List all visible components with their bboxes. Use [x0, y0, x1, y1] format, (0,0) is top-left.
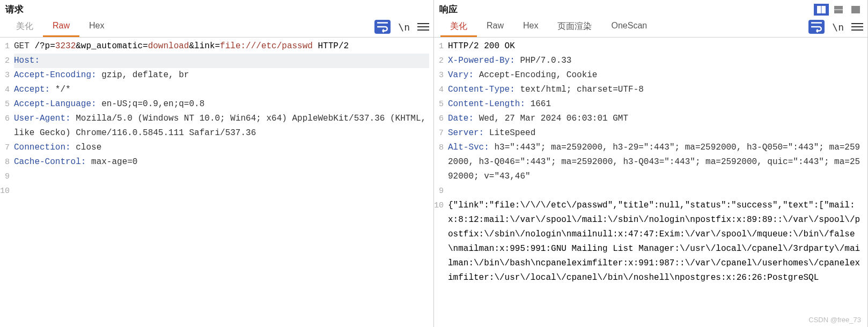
- svg-rect-1: [822, 6, 826, 13]
- single-view-button[interactable]: [848, 4, 863, 16]
- svg-rect-0: [817, 6, 821, 13]
- response-title: 响应: [439, 3, 458, 16]
- newline-indicator-button[interactable]: \n: [832, 21, 844, 33]
- view-toggle-group: [814, 4, 863, 16]
- code-line[interactable]: Accept-Language: en-US;q=0.9,en;q=0.8: [14, 97, 429, 112]
- svg-rect-2: [834, 6, 843, 9]
- code-line[interactable]: Alt-Svc: h3=":443"; ma=2592000, h3-29=":…: [448, 140, 863, 184]
- request-controls: \n: [374, 20, 429, 34]
- svg-rect-4: [851, 6, 860, 13]
- response-header: 响应: [434, 0, 867, 17]
- code-line[interactable]: Cache-Control: max-age=0: [14, 155, 429, 169]
- code-line[interactable]: User-Agent: Mozilla/5.0 (Windows NT 10.0…: [14, 112, 429, 140]
- code-line[interactable]: Server: LiteSpeed: [448, 126, 863, 140]
- tab-hex[interactable]: Hex: [79, 17, 114, 37]
- split-vertical-button[interactable]: [831, 4, 846, 16]
- code-line[interactable]: Accept-Encoding: gzip, deflate, br: [14, 68, 429, 83]
- wrap-toggle-button[interactable]: [374, 20, 391, 34]
- request-header: 请求: [0, 0, 433, 17]
- tab-hex[interactable]: Hex: [513, 17, 548, 37]
- code-line[interactable]: Date: Wed, 27 Mar 2024 06:03:01 GMT: [448, 112, 863, 126]
- code-line[interactable]: Vary: Accept-Encoding, Cookie: [448, 68, 863, 83]
- code-line[interactable]: {"link":"file:\/\/\/etc\/passwd","title"…: [448, 198, 863, 285]
- tab-onescan[interactable]: OneScan: [601, 17, 657, 37]
- code-line[interactable]: [14, 169, 429, 184]
- hamburger-menu-button[interactable]: [417, 23, 429, 31]
- watermark: CSDN @free_73: [808, 316, 861, 324]
- code-line[interactable]: GET /?p=3232&wp_automatic=download&link=…: [14, 39, 429, 54]
- wrap-toggle-button[interactable]: [808, 20, 825, 34]
- response-tabs: 美化RawHex页面渲染OneScan: [440, 17, 657, 37]
- response-controls: \n: [808, 20, 863, 34]
- tab-美化[interactable]: 美化: [6, 17, 43, 37]
- request-gutter: 12345678910: [0, 38, 12, 327]
- svg-rect-3: [834, 10, 843, 13]
- request-code[interactable]: GET /?p=3232&wp_automatic=download&link=…: [12, 38, 433, 327]
- response-editor[interactable]: 12345678910 HTTP/2 200 OKX-Powered-By: P…: [434, 38, 867, 327]
- request-title: 请求: [5, 3, 24, 16]
- request-panel: 请求 美化RawHex \n 12345678910 GET /?p=3232&…: [0, 0, 434, 327]
- tab-美化[interactable]: 美化: [440, 17, 477, 37]
- request-tabs-row: 美化RawHex \n: [0, 17, 433, 38]
- tab-raw[interactable]: Raw: [477, 17, 513, 37]
- code-line[interactable]: [448, 184, 863, 198]
- split-horizontal-button[interactable]: [814, 4, 829, 16]
- code-line[interactable]: Content-Length: 1661: [448, 97, 863, 112]
- response-gutter: 12345678910: [434, 38, 446, 327]
- code-line[interactable]: [14, 184, 429, 198]
- request-editor[interactable]: 12345678910 GET /?p=3232&wp_automatic=do…: [0, 38, 433, 327]
- code-line[interactable]: Accept: */*: [14, 83, 429, 97]
- code-line[interactable]: X-Powered-By: PHP/7.0.33: [448, 54, 863, 68]
- response-panel: 响应 美化RawHex页面渲染OneScan \n 12345678910 HT…: [434, 0, 868, 327]
- tab-页面渲染[interactable]: 页面渲染: [548, 17, 601, 37]
- newline-indicator-button[interactable]: \n: [398, 21, 410, 33]
- response-code[interactable]: HTTP/2 200 OKX-Powered-By: PHP/7.0.33Var…: [446, 38, 867, 327]
- hamburger-menu-button[interactable]: [851, 23, 863, 31]
- tab-raw[interactable]: Raw: [43, 17, 79, 37]
- code-line[interactable]: Content-Type: text/html; charset=UTF-8: [448, 83, 863, 97]
- response-tabs-row: 美化RawHex页面渲染OneScan \n: [434, 17, 867, 38]
- code-line[interactable]: Host:: [14, 54, 429, 68]
- code-line[interactable]: Connection: close: [14, 140, 429, 155]
- code-line[interactable]: HTTP/2 200 OK: [448, 39, 863, 54]
- request-tabs: 美化RawHex: [6, 17, 114, 37]
